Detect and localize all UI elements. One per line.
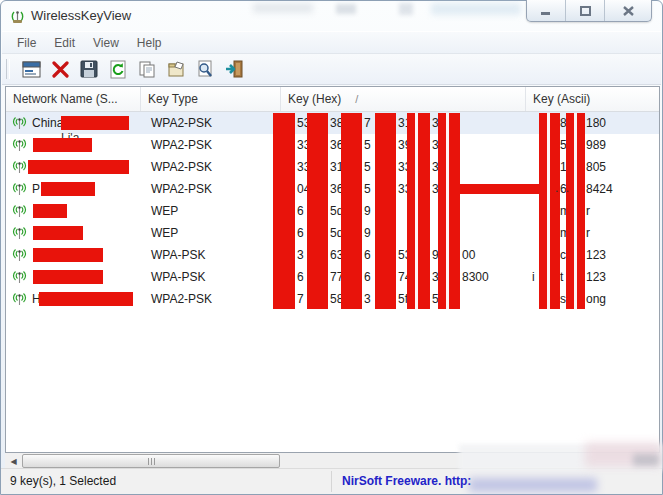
wifi-signal-icon xyxy=(11,269,28,285)
redaction-bar xyxy=(33,138,92,152)
menu-help[interactable]: Help xyxy=(128,33,171,53)
key-hex-fragment: 6 xyxy=(297,266,304,288)
key-ascii-fragment: 123 xyxy=(586,266,606,288)
key-type: WPA2-PSK xyxy=(151,288,212,310)
redaction-bar xyxy=(28,160,129,174)
key-list: Network Name (S... Key Type Key (Hex) / … xyxy=(5,86,660,453)
key-hex-fragment: 8300 xyxy=(462,266,489,288)
maximize-icon xyxy=(580,6,591,16)
table-row[interactable]: WPA-PSK 3636539200c123 xyxy=(6,244,659,266)
column-header-key-hex[interactable]: Key (Hex) / xyxy=(281,87,526,111)
key-ascii-fragment: r xyxy=(586,200,590,222)
wifi-signal-icon xyxy=(11,115,28,131)
close-button[interactable] xyxy=(605,0,651,21)
redaction-bar xyxy=(33,226,83,240)
table-row[interactable]: H WPA2-PSK 75835f657song xyxy=(6,288,659,310)
key-hex-fragment: 6 xyxy=(364,244,371,266)
key-hex-fragment: 3 xyxy=(297,244,304,266)
wifi-signal-icon xyxy=(11,247,28,263)
status-nirsoft-link[interactable]: NirSoft Freeware. http: xyxy=(342,474,471,488)
copy-icon xyxy=(138,60,156,78)
title-bar[interactable]: WirelessKeyView xyxy=(1,1,662,31)
wifi-signal-icon xyxy=(11,225,28,241)
minimize-icon xyxy=(541,6,551,15)
table-row[interactable]: WPA2-PSK 333153331805 xyxy=(6,156,659,178)
status-bar: 9 key(s), 1 Selected NirSoft Freeware. h… xyxy=(1,468,662,494)
app-icon xyxy=(9,8,26,25)
delete-icon xyxy=(52,61,69,78)
redaction-bar xyxy=(458,184,552,194)
key-type: WEP xyxy=(151,222,178,244)
key-hex-fragment: 5 xyxy=(364,156,371,178)
window-title: WirelessKeyView xyxy=(31,8,131,23)
menu-view[interactable]: View xyxy=(84,33,128,53)
key-type: WPA-PSK xyxy=(151,266,205,288)
status-count: 9 key(s), 1 Selected xyxy=(10,474,116,488)
table-row[interactable]: Li'a WPA2-PSK 333653935989 xyxy=(6,134,659,156)
properties-button[interactable] xyxy=(165,58,187,80)
copy-button[interactable] xyxy=(136,58,158,80)
network-name: China xyxy=(32,112,63,134)
key-hex-fragment: 7 xyxy=(364,112,371,134)
key-ascii-fragment: 123 xyxy=(586,244,606,266)
key-ascii-fragment: ong xyxy=(586,288,606,310)
report-window-icon xyxy=(22,61,41,78)
table-row[interactable]: China WPA2-PSK 533873138180 xyxy=(6,112,659,134)
column-header-network-name[interactable]: Network Name (S... xyxy=(6,87,141,111)
table-row[interactable]: WPA-PSK 67767438300it123 xyxy=(6,266,659,288)
redaction-bar xyxy=(438,113,460,309)
menu-file[interactable]: File xyxy=(8,33,45,53)
delete-button[interactable] xyxy=(49,58,71,80)
find-button[interactable] xyxy=(194,58,216,80)
toolbar-grip xyxy=(6,59,10,79)
table-row[interactable]: WEP 65d9mr xyxy=(6,222,659,244)
redaction-bar xyxy=(273,113,295,309)
key-ascii-fragment: 8424 xyxy=(586,178,613,200)
column-header-key-type[interactable]: Key Type xyxy=(141,87,281,111)
key-hex-fragment: 6 xyxy=(297,222,304,244)
key-hex-fragment: 6 xyxy=(364,266,371,288)
wifi-signal-icon xyxy=(11,203,28,219)
menu-edit[interactable]: Edit xyxy=(45,33,84,53)
wifi-signal-icon xyxy=(11,137,28,153)
caption-buttons xyxy=(526,0,652,22)
properties-icon xyxy=(167,60,186,78)
redaction-bar xyxy=(566,113,585,309)
redaction-bar xyxy=(33,204,67,218)
key-type: WPA-PSK xyxy=(151,244,205,266)
refresh-icon xyxy=(109,60,127,79)
table-row[interactable]: P WPA2-PSK 04365333658424... xyxy=(6,178,659,200)
key-ascii-fragment: r xyxy=(586,222,590,244)
minimize-button[interactable] xyxy=(527,0,566,21)
report-window-button[interactable] xyxy=(20,58,42,80)
key-ascii-fragment: 180 xyxy=(586,112,606,134)
redaction-bar xyxy=(375,113,396,309)
wifi-signal-icon xyxy=(11,181,28,197)
key-ascii-fragment: 805 xyxy=(586,156,606,178)
key-hex-fragment: 6 xyxy=(297,200,304,222)
key-hex-fragment: 5 xyxy=(364,134,371,156)
column-headers: Network Name (S... Key Type Key (Hex) / … xyxy=(6,87,659,112)
key-hex-fragment: 3 xyxy=(364,288,371,310)
redaction-bar xyxy=(539,113,560,309)
network-name: P xyxy=(32,178,40,200)
row-list: China WPA2-PSK 533873138180 Li'a WPA2-PS… xyxy=(6,112,659,310)
key-type: WPA2-PSK xyxy=(151,112,212,134)
refresh-button[interactable] xyxy=(107,58,129,80)
key-ascii-fragment: i xyxy=(532,266,535,288)
key-type: WPA2-PSK xyxy=(151,156,212,178)
table-row[interactable]: WEP 65d9mr xyxy=(6,200,659,222)
column-header-key-ascii[interactable]: Key (Ascii) xyxy=(526,87,659,111)
scrollbar-thumb[interactable] xyxy=(22,454,280,468)
key-ascii-fragment: 989 xyxy=(586,134,606,156)
wifi-signal-icon xyxy=(11,159,28,175)
maximize-button[interactable] xyxy=(566,0,605,21)
exit-button[interactable] xyxy=(223,58,245,80)
redaction-bar xyxy=(33,270,103,284)
save-button[interactable] xyxy=(78,58,100,80)
find-icon xyxy=(196,60,214,78)
redaction-bar xyxy=(341,113,362,309)
key-type: WEP xyxy=(151,200,178,222)
key-hex-fragment: 9 xyxy=(364,200,371,222)
redaction-bar xyxy=(61,116,129,130)
